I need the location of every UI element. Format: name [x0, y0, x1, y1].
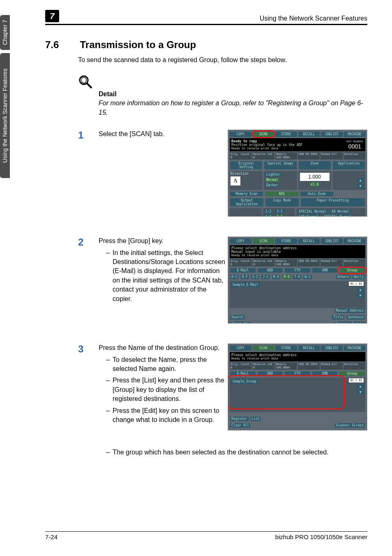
s2-dest-group[interactable]: Group [339, 268, 365, 273]
output-icons-panel [230, 208, 262, 217]
s2-alpha-7[interactable]: T-V [293, 275, 301, 279]
auto-zoom-button[interactable]: Auto Zoom [300, 192, 333, 196]
s3-dest-ftp[interactable]: FTP [285, 371, 310, 376]
banner-sub: Position original face up in the ADF [231, 143, 302, 147]
zoom-x1-button[interactable]: x1.0 [309, 182, 320, 187]
s2-list-item[interactable]: Sample_E-Mail [231, 282, 260, 287]
s2-alpha-4[interactable]: J-L [261, 275, 270, 279]
output-application-button[interactable]: Output Application [230, 198, 263, 206]
lighter-button[interactable]: Lighter [265, 172, 281, 177]
step-3-bullet-2: Press the [List] key and then press the … [106, 376, 226, 403]
aes-button[interactable]: AES [265, 192, 298, 196]
s3-arrow-down-icon[interactable]: ▼ [357, 390, 364, 395]
s3-status-1: Orig. Count 0 [230, 362, 251, 370]
s2-scanner-screen-button[interactable]: Scanner Screen [335, 322, 365, 324]
header-rule [45, 24, 367, 25]
normal-button[interactable]: Normal [265, 178, 279, 182]
s3-tab-scan[interactable]: SCAN [253, 345, 274, 351]
s2-dest-hdd[interactable]: HDD [258, 268, 283, 273]
paper-1-button[interactable]: SPECIAL Normal [297, 209, 327, 214]
s2-daily-button[interactable]: Daily [353, 275, 365, 279]
copy-2-1-button[interactable]: 2-1 [275, 209, 284, 214]
s2-tab-joblist[interactable]: JOBLIST [321, 239, 343, 244]
s2-others-button[interactable]: Others [336, 275, 350, 279]
paper-3-button[interactable]: A4R Normal [297, 215, 320, 217]
s3-register-button[interactable]: Register [230, 417, 249, 421]
copy-2-2-button[interactable]: 2-2 [264, 209, 272, 214]
s2-dest-ftp[interactable]: FTP [285, 268, 310, 273]
s2-title-button[interactable]: Title [332, 315, 344, 320]
s2-tab-copy[interactable]: COPY [230, 239, 251, 244]
s2-dest-email[interactable]: E-Mail [230, 268, 256, 273]
s3-tab-machine[interactable]: MACHINE [344, 345, 366, 351]
s2-status-5: Modem Err [321, 259, 342, 266]
s2-dest-smb[interactable]: SMB [312, 268, 338, 273]
tab-joblist[interactable]: JOBLIST [321, 132, 343, 137]
paper-2-button[interactable]: A4 Normal [330, 209, 350, 214]
detail-body: For more information on how to register … [99, 99, 367, 117]
s3-scanner-screen-button[interactable]: Scanner Screen [335, 423, 365, 428]
darker-button[interactable]: Darker [265, 183, 279, 188]
tab-machine[interactable]: MACHINE [344, 132, 366, 137]
s3-status-5: Modem Err [321, 362, 342, 370]
s2-tab-scan[interactable]: SCAN [253, 239, 274, 244]
s2-banner-line2: Manual input is available [231, 250, 297, 254]
memory-scan-button[interactable]: Memory Scan [230, 192, 263, 196]
s3-tab-store[interactable]: STORE [275, 345, 297, 351]
s3-dest-group[interactable]: Group [339, 371, 365, 376]
s2-search-button[interactable]: Search [230, 315, 244, 320]
step-2-number: 2 [78, 236, 96, 248]
magnifier-icon [78, 74, 93, 92]
s2-alpha-8[interactable]: W-Z [303, 275, 311, 279]
s2-alpha-1[interactable]: A-C [230, 275, 238, 279]
s3-tab-joblist[interactable]: JOBLIST [321, 345, 343, 351]
direction-a-icon: A [231, 176, 240, 185]
tab-recall[interactable]: RECALL [298, 132, 320, 137]
tab-store[interactable]: STORE [275, 132, 297, 137]
s2-banner-line1: Please select destination address [231, 246, 297, 250]
s2-alpha-2[interactable]: D-F [240, 275, 249, 279]
s2-sentence-button[interactable]: Sentence [346, 315, 365, 320]
s2-alpha-6[interactable]: P-S [282, 275, 291, 279]
tab-scan-label: SCAN [259, 132, 267, 136]
s2-arrow-down-icon[interactable]: ▼ [357, 293, 364, 298]
s3-dest-smb[interactable]: SMB [312, 371, 338, 376]
step-3-text: Press the Name of the destination Group. [99, 344, 219, 351]
copy-1-1-button[interactable]: 1-1 [275, 215, 284, 217]
zoom-value: 1.000 [300, 173, 330, 181]
tab-scan[interactable]: SCAN [253, 132, 274, 137]
s2-alpha-3[interactable]: G-I [251, 275, 259, 279]
s3-arrow-up-icon[interactable]: ▲ [357, 384, 364, 389]
arrow-down-icon[interactable]: ▼ [357, 184, 364, 189]
arrow-up-icon[interactable]: ▲ [357, 178, 364, 183]
s2-alpha-5[interactable]: M-O [272, 275, 280, 279]
set-number-value: 0001 [346, 143, 364, 150]
s3-tab-copy[interactable]: COPY [230, 345, 251, 351]
paper-4-button[interactable]: SPECIAL Normal [323, 215, 353, 217]
zoom-panel: 1.000 x1.0 [298, 171, 331, 190]
s3-dest-hdd[interactable]: HDD [258, 371, 283, 376]
s3-list-item[interactable]: Sample_Group [231, 379, 258, 384]
s2-tab-recall[interactable]: RECALL [298, 239, 320, 244]
special-image-button[interactable]: Special Image [264, 161, 296, 169]
s3-list-button[interactable]: List [251, 417, 261, 421]
original-setting-button[interactable]: Original Setting [230, 161, 262, 169]
s2-arrow-up-icon[interactable]: ▲ [357, 287, 364, 292]
s3-clear-all-button[interactable]: Clear All [230, 423, 250, 428]
step-2-text-block: Press the [Group] key. In the initial se… [99, 236, 226, 303]
copy-1-2-button[interactable]: 1-2 [264, 215, 272, 217]
s3-tab-recall[interactable]: RECALL [298, 345, 320, 351]
tab-copy[interactable]: COPY [230, 132, 251, 137]
s2-status-6: Rotation [344, 259, 365, 266]
step-3-number: 3 [78, 343, 96, 355]
svg-point-1 [81, 77, 86, 83]
s2-tab-store[interactable]: STORE [275, 239, 297, 244]
step-1-text: Select the [SCAN] tab. [99, 130, 226, 139]
s3-status-3: Memory 100.000% [275, 362, 297, 370]
s2-dest-group-label: Group [347, 269, 357, 272]
s2-tab-machine[interactable]: MACHINE [344, 239, 366, 244]
s2-clear-all-button[interactable]: Clear All [230, 322, 250, 324]
s2-manual-address-button[interactable]: Manual Address [335, 308, 365, 313]
s3-dest-email[interactable]: E-Mail [230, 371, 256, 376]
application-button[interactable]: Application [333, 161, 365, 169]
